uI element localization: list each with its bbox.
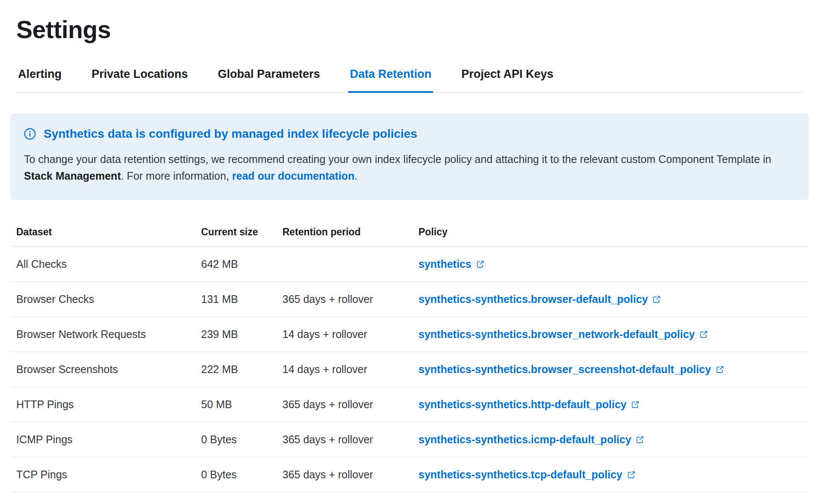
tab-private-locations[interactable]: Private Locations xyxy=(90,68,190,92)
column-header-policy: Policy xyxy=(412,226,809,247)
size-cell: 131 MB xyxy=(195,282,276,317)
retention-cell: 14 days + rollover xyxy=(276,317,412,352)
policy-cell: synthetics-synthetics.tcp-default_policy xyxy=(412,457,809,492)
policy-cell: synthetics-synthetics.browser_screenshot… xyxy=(412,352,809,387)
retention-cell: 14 days + rollover xyxy=(276,352,412,387)
policy-cell: synthetics-synthetics.browser_network-de… xyxy=(412,317,809,352)
tab-data-retention[interactable]: Data Retention xyxy=(348,68,433,93)
tab-project-api-keys[interactable]: Project API Keys xyxy=(460,68,555,92)
page-title: Settings xyxy=(16,15,803,44)
policy-link[interactable]: synthetics-synthetics.tcp-default_policy xyxy=(418,468,636,481)
tab-alerting[interactable]: Alerting xyxy=(16,68,63,92)
size-cell: 239 MB xyxy=(195,317,276,352)
policy-cell: synthetics-synthetics.icmp-default_polic… xyxy=(412,422,809,457)
policy-link[interactable]: synthetics xyxy=(418,258,485,270)
policy-link-label: synthetics-synthetics.browser_network-de… xyxy=(418,328,695,341)
info-icon xyxy=(24,128,36,140)
dataset-cell: Browser Network Requests xyxy=(10,317,195,352)
policy-cell: synthetics xyxy=(412,246,809,282)
policy-link-label: synthetics-synthetics.tcp-default_policy xyxy=(418,468,623,481)
policy-cell: synthetics-synthetics.http-default_polic… xyxy=(412,387,809,422)
policy-link[interactable]: synthetics-synthetics.http-default_polic… xyxy=(418,398,640,411)
info-callout: Synthetics data is configured by managed… xyxy=(10,113,809,200)
retention-cell: 365 days + rollover xyxy=(276,422,412,457)
external-link-icon xyxy=(476,260,485,269)
column-header-retention-period: Retention period xyxy=(276,226,412,247)
external-link-icon xyxy=(652,295,661,304)
size-cell: 50 MB xyxy=(195,387,276,422)
policy-link-label: synthetics xyxy=(418,258,472,270)
policy-link[interactable]: synthetics-synthetics.browser-default_po… xyxy=(418,293,661,305)
callout-header: Synthetics data is configured by managed… xyxy=(24,127,795,141)
callout-body: To change your data retention settings, … xyxy=(24,151,790,184)
policy-link[interactable]: synthetics-synthetics.browser_network-de… xyxy=(418,328,708,341)
dataset-cell: Browser Screenshots xyxy=(10,352,195,387)
tab-global-parameters[interactable]: Global Parameters xyxy=(216,68,322,92)
callout-text-3: . xyxy=(354,170,357,182)
callout-title: Synthetics data is configured by managed… xyxy=(44,127,417,141)
retention-cell: 365 days + rollover xyxy=(276,282,412,317)
policy-link-label: synthetics-synthetics.browser_screenshot… xyxy=(418,363,711,376)
size-cell: 0 Bytes xyxy=(195,422,276,457)
column-header-dataset: Dataset xyxy=(10,226,195,247)
external-link-icon xyxy=(715,365,724,374)
documentation-link[interactable]: read our documentation xyxy=(232,170,354,182)
policy-link[interactable]: synthetics-synthetics.browser_screenshot… xyxy=(418,363,724,376)
dataset-cell: Browser Checks xyxy=(10,282,195,317)
data-retention-table: Dataset Current size Retention period Po… xyxy=(10,226,809,492)
policy-link-label: synthetics-synthetics.icmp-default_polic… xyxy=(418,433,631,446)
dataset-cell: TCP Pings xyxy=(10,457,195,492)
size-cell: 0 Bytes xyxy=(195,457,276,492)
policy-link-label: synthetics-synthetics.http-default_polic… xyxy=(418,398,626,411)
callout-text-2: . For more information, xyxy=(121,170,232,182)
dataset-cell: All Checks xyxy=(10,246,195,282)
external-link-icon xyxy=(699,330,708,339)
retention-cell xyxy=(276,246,412,282)
size-cell: 222 MB xyxy=(195,352,276,387)
settings-page: Settings Alerting Private Locations Glob… xyxy=(0,0,819,492)
external-link-icon xyxy=(635,435,644,444)
retention-cell: 365 days + rollover xyxy=(276,457,412,492)
table-row: Browser Screenshots 222 MB 14 days + rol… xyxy=(10,352,809,387)
policy-link[interactable]: synthetics-synthetics.icmp-default_polic… xyxy=(418,433,644,446)
table-row: TCP Pings 0 Bytes 365 days + rollover sy… xyxy=(10,457,809,492)
column-header-current-size: Current size xyxy=(195,226,276,247)
table-header-row: Dataset Current size Retention period Po… xyxy=(10,226,809,247)
tab-bar: Alerting Private Locations Global Parame… xyxy=(16,68,803,93)
callout-text-1: To change your data retention settings, … xyxy=(24,153,771,165)
callout-bold-text: Stack Management xyxy=(24,170,121,182)
table-row: ICMP Pings 0 Bytes 365 days + rollover s… xyxy=(10,422,809,457)
size-cell: 642 MB xyxy=(195,246,276,282)
table-row: All Checks 642 MB synthetics xyxy=(10,246,809,282)
table-row: Browser Network Requests 239 MB 14 days … xyxy=(10,317,809,352)
table-row: HTTP Pings 50 MB 365 days + rollover syn… xyxy=(10,387,809,422)
dataset-cell: HTTP Pings xyxy=(10,387,195,422)
policy-link-label: synthetics-synthetics.browser-default_po… xyxy=(418,293,648,305)
retention-cell: 365 days + rollover xyxy=(276,387,412,422)
external-link-icon xyxy=(631,400,640,409)
policy-cell: synthetics-synthetics.browser-default_po… xyxy=(412,282,809,317)
table-row: Browser Checks 131 MB 365 days + rollove… xyxy=(10,282,809,317)
external-link-icon xyxy=(627,470,636,479)
dataset-cell: ICMP Pings xyxy=(10,422,195,457)
